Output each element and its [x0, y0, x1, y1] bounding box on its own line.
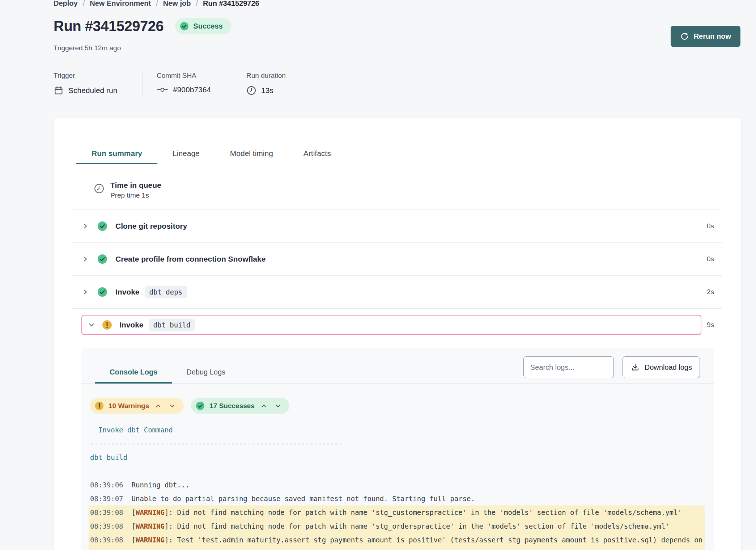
step-duration: 0s: [707, 255, 714, 263]
status-badge: Success: [175, 18, 231, 34]
successes-prev-button[interactable]: [259, 403, 269, 409]
breadcrumb-current-run: Run #341529726: [203, 0, 259, 8]
run-duration-label: Run duration: [246, 72, 286, 80]
calendar-icon: [54, 85, 64, 96]
step-title: Invoke: [115, 288, 140, 296]
step-row-create-profile[interactable]: Create profile from connection Snowflake…: [72, 242, 722, 275]
log-line: 08:39:06Running dbt...: [89, 478, 705, 492]
successes-next-button[interactable]: [273, 403, 283, 409]
trigger-label: Trigger: [54, 72, 143, 80]
header-title-row: Run #341529726 Success: [54, 18, 232, 34]
meta-trigger: Trigger Scheduled run: [54, 72, 143, 96]
run-duration-value: 13s: [261, 86, 273, 95]
run-meta-row: Trigger Scheduled run Commit SHA #900b73…: [54, 72, 286, 96]
chevron-right-icon[interactable]: [82, 223, 89, 230]
breadcrumb-separator: /: [196, 0, 198, 8]
warnings-prev-button[interactable]: [153, 403, 163, 409]
step-duration: 2s: [707, 288, 714, 296]
clock-icon: [246, 85, 256, 96]
breadcrumb-environment[interactable]: New Environment: [90, 0, 151, 8]
tab-lineage[interactable]: Lineage: [157, 149, 215, 164]
triggered-timestamp: Triggered 5h 12m ago: [54, 44, 121, 52]
tab-model-timing[interactable]: Model timing: [215, 149, 288, 164]
warning-icon: [94, 401, 104, 411]
download-logs-button[interactable]: Download logs: [623, 356, 700, 378]
commit-icon: [157, 86, 168, 93]
run-detail-page: Deploy / New Environment / New job / Run…: [0, 0, 756, 550]
successes-count-badge[interactable]: 17 Successes: [191, 398, 289, 414]
step-row-dbt-deps[interactable]: Invoke dbt deps 2s: [72, 275, 722, 308]
log-warning-line: 08:39:08[WARNING]: Test 'test.admin_matu…: [89, 533, 705, 550]
download-icon: [630, 363, 640, 372]
rerun-now-button[interactable]: Rerun now: [671, 26, 740, 47]
refresh-icon: [680, 32, 689, 41]
success-check-icon: [97, 287, 108, 297]
success-check-icon: [97, 254, 108, 265]
trigger-value: Scheduled run: [68, 86, 117, 95]
prep-time-link[interactable]: Prep time 1s: [110, 191, 161, 199]
log-summary-badges: 10 Warnings 17 Successes: [90, 398, 714, 414]
log-command-header: Invoke dbt Command: [89, 423, 705, 437]
tab-run-summary[interactable]: Run summary: [76, 149, 157, 164]
status-badge-label: Success: [193, 22, 222, 30]
tab-console-logs[interactable]: Console Logs: [95, 368, 172, 384]
breadcrumb-deploy[interactable]: Deploy: [54, 0, 78, 8]
warnings-next-button[interactable]: [167, 403, 177, 409]
breadcrumb-job[interactable]: New job: [163, 0, 191, 8]
step-command-chip: dbt build: [149, 319, 195, 331]
warnings-count-label: 10 Warnings: [109, 402, 149, 410]
chevron-right-icon[interactable]: [82, 288, 89, 296]
commit-sha-value: #900b7364: [173, 85, 211, 94]
search-logs-input[interactable]: [523, 356, 614, 378]
breadcrumb-separator: /: [156, 0, 158, 8]
rerun-now-label: Rerun now: [694, 32, 731, 41]
step-title: Invoke: [119, 321, 144, 329]
breadcrumb-separator: /: [83, 0, 85, 8]
step-row-dbt-build: Invoke dbt build 9s: [72, 308, 722, 341]
meta-commit: Commit SHA #900b7364: [143, 72, 233, 96]
run-tabs: Run summary Lineage Model timing Artifac…: [76, 149, 719, 164]
commit-sha-label: Commit SHA: [157, 72, 233, 80]
log-line: 08:39:07Unable to do partial parsing bec…: [89, 492, 705, 505]
log-blank-line: [89, 464, 705, 478]
step-command-chip: dbt deps: [145, 286, 187, 298]
log-command: dbt build: [89, 450, 705, 464]
meta-duration: Run duration 13s: [233, 72, 286, 96]
log-divider-line: ----------------------------------------…: [89, 437, 705, 450]
run-summary-card: Run summary Lineage Model timing Artifac…: [54, 118, 742, 550]
log-controls: Download logs: [523, 356, 700, 378]
chevron-down-icon[interactable]: [88, 321, 95, 329]
step-expanded-box[interactable]: Invoke dbt build: [81, 315, 701, 335]
success-check-icon: [179, 21, 189, 31]
log-warning-line: 08:39:08[WARNING]: Did not find matching…: [89, 519, 705, 533]
chevron-right-icon[interactable]: [82, 255, 89, 263]
step-duration: 0s: [707, 222, 714, 230]
breadcrumb: Deploy / New Environment / New job / Run…: [54, 0, 259, 8]
time-in-queue-title: Time in queue: [110, 181, 161, 190]
success-check-icon: [97, 221, 108, 232]
tab-debug-logs[interactable]: Debug Logs: [172, 368, 240, 384]
success-check-icon: [195, 401, 205, 411]
log-toolbar: Console Logs Debug Logs Download logs: [81, 348, 714, 384]
step-duration: 9s: [707, 321, 714, 329]
console-log-output: Invoke dbt Command ---------------------…: [81, 423, 714, 550]
download-logs-label: Download logs: [645, 363, 692, 372]
successes-count-label: 17 Successes: [209, 402, 255, 410]
warnings-count-badge[interactable]: 10 Warnings: [90, 398, 184, 414]
tab-artifacts[interactable]: Artifacts: [288, 149, 346, 164]
page-title: Run #341529726: [54, 18, 163, 34]
clock-icon: [94, 181, 105, 199]
time-in-queue-section: Time in queue Prep time 1s: [94, 181, 722, 210]
log-panel: Console Logs Debug Logs Download logs: [81, 348, 714, 550]
step-title: Clone git repository: [115, 222, 187, 230]
warning-icon: [102, 320, 112, 330]
log-tabs: Console Logs Debug Logs: [95, 368, 240, 383]
step-row-clone-git[interactable]: Clone git repository 0s: [72, 210, 722, 242]
log-warning-line: 08:39:08[WARNING]: Did not find matching…: [89, 505, 705, 519]
step-title: Create profile from connection Snowflake: [115, 255, 266, 263]
